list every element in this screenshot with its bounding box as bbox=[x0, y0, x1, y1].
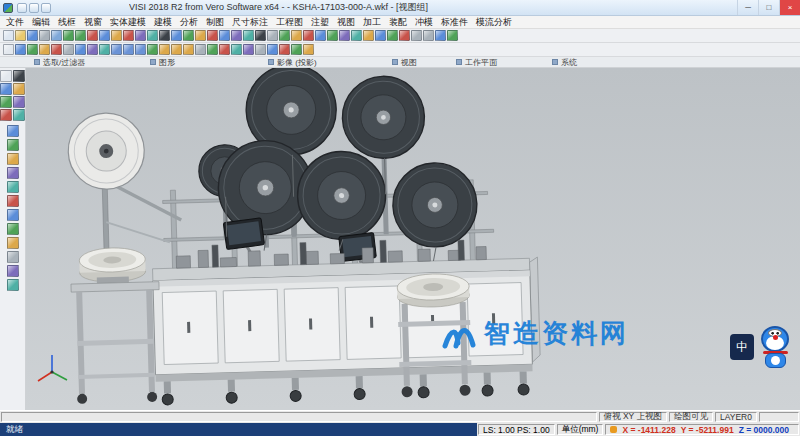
polyline-icon[interactable] bbox=[219, 30, 230, 41]
polygon-tool-icon[interactable] bbox=[13, 109, 25, 121]
qat-icon-1[interactable] bbox=[17, 3, 27, 13]
maximize-button[interactable]: □ bbox=[758, 0, 779, 15]
menu-drawing[interactable]: 工程图 bbox=[272, 16, 307, 29]
chamfer-icon[interactable] bbox=[339, 30, 350, 41]
group-shading[interactable]: 影像 (投影) bbox=[268, 57, 392, 68]
group-workplane[interactable]: 工作平面 bbox=[456, 57, 552, 68]
cut-icon[interactable] bbox=[87, 30, 98, 41]
snap-icon[interactable] bbox=[207, 44, 218, 55]
circle-icon[interactable] bbox=[195, 30, 206, 41]
circle-tool-icon[interactable] bbox=[13, 83, 25, 95]
group-views[interactable]: 视图 bbox=[392, 57, 456, 68]
copy-icon[interactable] bbox=[99, 30, 110, 41]
array-icon[interactable] bbox=[399, 30, 410, 41]
viewport-3d[interactable]: 智造资料网 中 bbox=[26, 68, 800, 410]
delete-icon[interactable] bbox=[123, 30, 134, 41]
menu-solid-modeling[interactable]: 实体建模 bbox=[106, 16, 150, 29]
qat-icon-3[interactable] bbox=[41, 3, 51, 13]
rotate-icon[interactable] bbox=[375, 30, 386, 41]
rect-tool-icon[interactable] bbox=[0, 109, 12, 121]
mirror-icon[interactable] bbox=[351, 30, 362, 41]
menu-molding[interactable]: 注塑 bbox=[307, 16, 333, 29]
fillet-icon[interactable] bbox=[327, 30, 338, 41]
menu-analysis[interactable]: 分析 bbox=[176, 16, 202, 29]
measure-icon[interactable] bbox=[291, 30, 302, 41]
zoom-in-icon[interactable] bbox=[411, 30, 422, 41]
open-folder-icon[interactable] bbox=[15, 30, 26, 41]
grid-icon[interactable] bbox=[195, 44, 206, 55]
selection-filter-icon[interactable] bbox=[135, 30, 146, 41]
help-icon[interactable] bbox=[303, 44, 314, 55]
extrude-tool-icon[interactable] bbox=[7, 153, 19, 165]
arc-tool-icon[interactable] bbox=[0, 96, 12, 108]
command-prompt[interactable]: 就绪 bbox=[0, 423, 477, 436]
workplane-xz-icon[interactable] bbox=[171, 44, 182, 55]
menu-edit[interactable]: 编辑 bbox=[28, 16, 54, 29]
sweep-tool-icon[interactable] bbox=[7, 181, 19, 193]
menu-standard-parts[interactable]: 标准件 bbox=[437, 16, 472, 29]
filter-surfaces-icon[interactable] bbox=[39, 44, 50, 55]
save-icon[interactable] bbox=[27, 30, 38, 41]
layers-icon[interactable] bbox=[147, 30, 158, 41]
attributes-icon[interactable] bbox=[243, 44, 254, 55]
plot-icon[interactable] bbox=[51, 30, 62, 41]
extend-icon[interactable] bbox=[315, 30, 326, 41]
menu-assembly[interactable]: 装配 bbox=[385, 16, 411, 29]
trim-tool-icon[interactable] bbox=[7, 209, 19, 221]
menu-modeling[interactable]: 建模 bbox=[150, 16, 176, 29]
menu-view[interactable]: 视图 bbox=[333, 16, 359, 29]
status-workplane[interactable]: 俯视 XY 上视图 bbox=[599, 412, 667, 422]
zoom-out-icon[interactable] bbox=[423, 30, 434, 41]
text-icon[interactable] bbox=[255, 30, 266, 41]
view-iso-icon[interactable] bbox=[147, 44, 158, 55]
settings-icon[interactable] bbox=[255, 44, 266, 55]
wireframe-view-icon[interactable] bbox=[63, 44, 74, 55]
measure-tool-icon[interactable] bbox=[7, 279, 19, 291]
undo-icon[interactable] bbox=[63, 30, 74, 41]
shaded-view-icon[interactable] bbox=[75, 44, 86, 55]
group-selection-filter[interactable]: 选取/过滤器 bbox=[34, 57, 150, 68]
menu-file[interactable]: 文件 bbox=[2, 16, 28, 29]
line-tool-icon[interactable] bbox=[0, 83, 12, 95]
line-icon[interactable] bbox=[171, 30, 182, 41]
macro-icon[interactable] bbox=[279, 44, 290, 55]
select-icon[interactable] bbox=[3, 44, 14, 55]
pattern-tool-icon[interactable] bbox=[7, 265, 19, 277]
workplane-xy-icon[interactable] bbox=[159, 44, 170, 55]
shell-tool-icon[interactable] bbox=[7, 251, 19, 263]
ortho-icon[interactable] bbox=[219, 44, 230, 55]
spline-icon[interactable] bbox=[231, 30, 242, 41]
ellipse-icon[interactable] bbox=[243, 30, 254, 41]
zoom-fit-icon[interactable] bbox=[435, 30, 446, 41]
new-file-icon[interactable] bbox=[3, 30, 14, 41]
dimension-icon[interactable] bbox=[279, 30, 290, 41]
redo-icon[interactable] bbox=[75, 30, 86, 41]
revolve-tool-icon[interactable] bbox=[7, 167, 19, 179]
menu-progress-die[interactable]: 冲模 bbox=[411, 16, 437, 29]
calculator-icon[interactable] bbox=[267, 44, 278, 55]
view-top-icon[interactable] bbox=[111, 44, 122, 55]
filter-curves-icon[interactable] bbox=[27, 44, 38, 55]
solid-tool-icon[interactable] bbox=[7, 139, 19, 151]
filter-points-icon[interactable] bbox=[15, 44, 26, 55]
group-graphics[interactable]: 图形 bbox=[150, 57, 268, 68]
status-layer[interactable]: LAYER0 bbox=[715, 412, 757, 422]
workplane-yz-icon[interactable] bbox=[183, 44, 194, 55]
menu-window[interactable]: 视窗 bbox=[80, 16, 106, 29]
qat-icon-2[interactable] bbox=[29, 3, 39, 13]
point-tool-icon[interactable] bbox=[13, 70, 25, 82]
spline-tool-icon[interactable] bbox=[13, 96, 25, 108]
select-tool-icon[interactable] bbox=[0, 70, 12, 82]
point-icon[interactable] bbox=[159, 30, 170, 41]
menu-dimension[interactable]: 尺寸标注 bbox=[228, 16, 272, 29]
trim-icon[interactable] bbox=[303, 30, 314, 41]
menu-drafting[interactable]: 制图 bbox=[202, 16, 228, 29]
rectangle-icon[interactable] bbox=[207, 30, 218, 41]
hidden-line-view-icon[interactable] bbox=[87, 44, 98, 55]
scale-icon[interactable] bbox=[387, 30, 398, 41]
minimize-button[interactable]: ─ bbox=[737, 0, 758, 15]
view-front-icon[interactable] bbox=[123, 44, 134, 55]
surface-tool-icon[interactable] bbox=[7, 125, 19, 137]
view-right-icon[interactable] bbox=[135, 44, 146, 55]
menu-machining[interactable]: 加工 bbox=[359, 16, 385, 29]
